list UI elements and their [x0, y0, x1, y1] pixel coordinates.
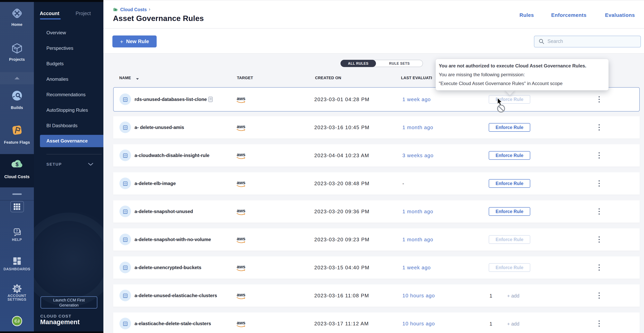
- svg-text:</>: </>: [124, 126, 127, 129]
- svg-text:</>: </>: [124, 98, 127, 101]
- svg-text:</>: </>: [124, 266, 127, 269]
- svg-text:</>: </>: [124, 210, 127, 213]
- svg-text:$: $: [114, 8, 116, 11]
- svg-text:</>: </>: [124, 154, 127, 157]
- svg-text:?: ?: [16, 229, 18, 233]
- svg-text:</>: </>: [124, 294, 127, 297]
- svg-text:</>: </>: [124, 238, 127, 241]
- svg-text:</>: </>: [124, 322, 127, 325]
- svg-text:$: $: [16, 162, 18, 167]
- svg-text:</>: </>: [124, 182, 127, 185]
